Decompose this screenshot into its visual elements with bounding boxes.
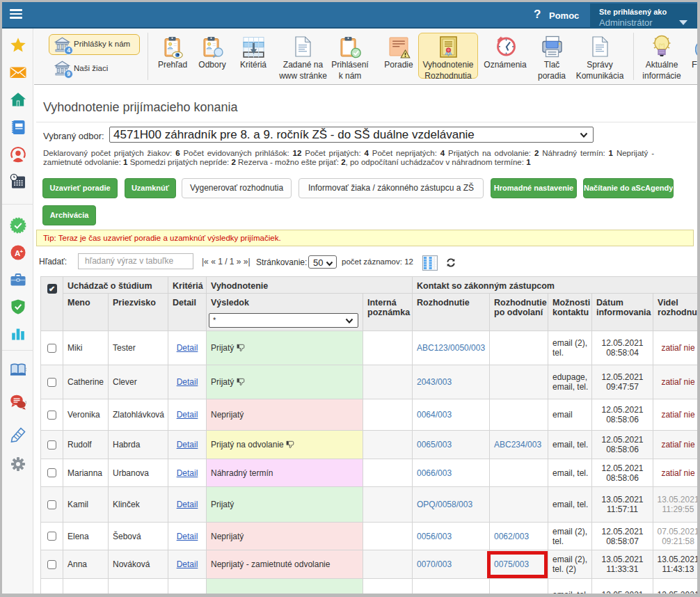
svg-text:+: +	[20, 248, 24, 255]
